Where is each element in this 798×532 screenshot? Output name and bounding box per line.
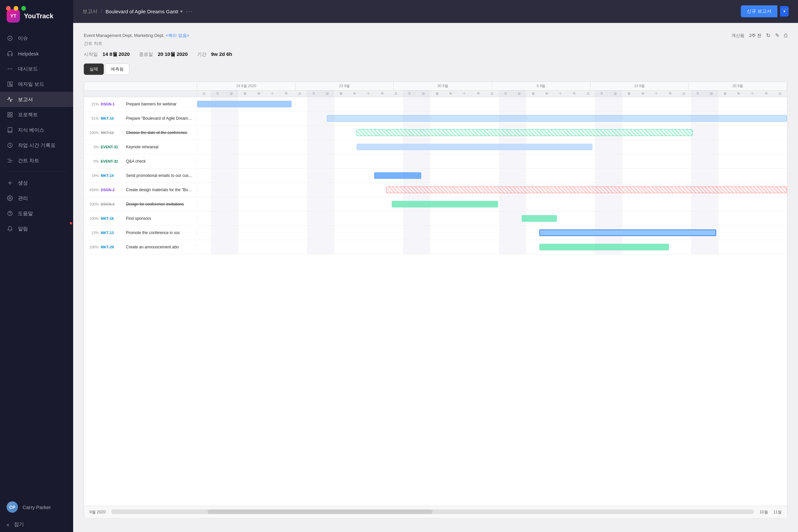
task-id[interactable]: DSGN-2 xyxy=(101,188,124,192)
table-row[interactable]: 100%MKT-29Create an announcement abo xyxy=(84,240,787,254)
task-info-9: 13%MKT-13Promote the conference in soc xyxy=(84,229,197,236)
user-profile[interactable]: CP Carry Parker xyxy=(0,497,73,517)
chevron-down-icon[interactable]: ▾ xyxy=(180,8,183,14)
sidebar-item-help[interactable]: 도움말 xyxy=(0,206,73,221)
task-id[interactable]: DSGN-3 xyxy=(101,202,124,206)
minimize-button[interactable] xyxy=(14,6,18,11)
sidebar-item-time[interactable]: 작업 시간 기록표 xyxy=(0,138,73,153)
sidebar-item-create[interactable]: 생성 xyxy=(0,175,73,191)
weekend-col xyxy=(513,197,526,211)
weekend-col xyxy=(595,169,608,183)
day-28: 금 xyxy=(581,91,595,97)
table-row[interactable]: 19%MKT-14Send promotional emails to our … xyxy=(84,169,787,183)
table-row[interactable]: 100%MKT-12Choose the date of the confere… xyxy=(84,126,787,140)
sidebar-label-manage: 관리 xyxy=(18,195,28,202)
day-38: 월 xyxy=(719,91,732,97)
sidebar-item-knowledge[interactable]: 지식 베이스 xyxy=(0,122,73,138)
weekend-col xyxy=(513,97,526,111)
clock-icon xyxy=(7,142,13,149)
print-icon[interactable]: ⎙ xyxy=(784,33,787,39)
table-row[interactable]: 3%EVENT-31Keynote rehearsal xyxy=(84,140,787,154)
breadcrumb-separator: / xyxy=(101,8,102,14)
day-24: 월 xyxy=(526,91,540,97)
svg-rect-9 xyxy=(11,115,12,117)
task-name: Find sponsors xyxy=(126,216,193,221)
weekend-col xyxy=(403,226,417,240)
user-name: Carry Parker xyxy=(23,505,51,510)
report-title: Boulevard of Agile Dreams Gantt xyxy=(106,8,178,14)
filter-actual-button[interactable]: 실제 xyxy=(84,63,104,75)
task-id[interactable]: EVENT-32 xyxy=(101,159,124,163)
day-11: 화 xyxy=(348,91,362,97)
task-id[interactable]: MKT-10 xyxy=(101,116,124,120)
task-id[interactable]: DSGN-1 xyxy=(101,102,124,106)
task-bar xyxy=(197,101,291,108)
close-button[interactable] xyxy=(6,6,11,11)
scroll-bar[interactable] xyxy=(111,509,755,514)
task-id[interactable]: MKT-16 xyxy=(101,216,124,221)
filter-predicted-button[interactable]: 예측됨 xyxy=(105,63,129,75)
weekend-col xyxy=(595,211,608,225)
table-row[interactable]: 450%DSGN-2Create design materials for th… xyxy=(84,183,787,197)
table-row[interactable]: 13%MKT-13Promote the conference in soc xyxy=(84,226,787,240)
table-row[interactable]: 21%DSGN-1Prepare banners for webinar xyxy=(84,97,787,111)
plus-icon xyxy=(7,179,13,186)
td-spacer xyxy=(84,91,197,97)
start-date: 14 8월 2020 xyxy=(102,51,130,57)
sidebar-nav: 이슈 Helpdesk 대시보드 애자일 보드 xyxy=(0,31,73,497)
task-id[interactable]: MKT-29 xyxy=(101,245,124,249)
sidebar-item-issues[interactable]: 이슈 xyxy=(0,31,73,46)
task-id[interactable]: EVENT-31 xyxy=(101,145,124,149)
query-link[interactable]: <쿼리 없음> xyxy=(166,33,189,38)
sidebar-item-helpdesk[interactable]: Helpdesk xyxy=(0,46,73,61)
sidebar-item-gantt[interactable]: 간트 차트 xyxy=(0,153,73,168)
weekend-col xyxy=(691,97,705,111)
task-percent: 100% xyxy=(88,202,99,206)
weekend-col xyxy=(609,97,623,111)
sidebar-item-dashboard[interactable]: 대시보드 xyxy=(0,61,73,76)
end-date-group: 종료일 20 10월 2020 xyxy=(139,51,188,58)
edit-icon[interactable]: ✎ xyxy=(775,32,779,39)
table-row[interactable]: 100%DSGN-3Design for conference invitati… xyxy=(84,197,787,211)
logo-icon: YT xyxy=(7,9,20,23)
sidebar-item-projects[interactable]: 프로젝트 xyxy=(0,107,73,122)
refresh-icon[interactable]: ↻ xyxy=(766,32,771,39)
task-id[interactable]: MKT-12 xyxy=(101,131,124,135)
day-20: 목 xyxy=(472,91,485,97)
task-percent: 0% xyxy=(88,159,99,163)
sidebar-label-time: 작업 시간 기록표 xyxy=(18,142,56,149)
day-7: 금 xyxy=(293,91,307,97)
weekend-col xyxy=(321,126,334,140)
sidebar-logo[interactable]: YT YouTrack xyxy=(0,0,73,31)
week-4: 6 9월 xyxy=(492,82,590,90)
day-15: 토 xyxy=(403,91,417,97)
task-info-7: 100%DSGN-3Design for conference invitati… xyxy=(84,201,197,208)
day-6: 목 xyxy=(280,91,293,97)
breadcrumb-root[interactable]: 보고서 xyxy=(82,8,97,15)
duration-label: 기간 xyxy=(197,52,207,57)
sidebar-item-manage[interactable]: 관리 xyxy=(0,191,73,206)
table-row[interactable]: 0%EVENT-32Q&A check xyxy=(84,154,787,169)
table-row[interactable]: 100%MKT-16Find sponsors xyxy=(84,211,787,226)
task-id[interactable]: MKT-13 xyxy=(101,231,124,235)
new-report-button[interactable]: 신규 보고서 xyxy=(741,5,777,17)
th-spacer xyxy=(84,82,197,90)
report-menu-dots[interactable]: ··· xyxy=(186,8,193,15)
gantt-bar-area-5 xyxy=(197,169,787,183)
weekend-col xyxy=(211,183,225,197)
table-row[interactable]: 51%MKT-10Prepare "Boulevard of Agile Dre… xyxy=(84,111,787,126)
maximize-button[interactable] xyxy=(21,6,26,11)
weekend-col xyxy=(705,126,718,140)
week-5: 13 9월 xyxy=(590,82,689,90)
weekend-col xyxy=(225,140,239,154)
sidebar-item-reports[interactable]: 보고서 xyxy=(0,92,73,107)
sidebar-item-agile[interactable]: 애자일 보드 xyxy=(0,76,73,92)
sidebar-item-notifications[interactable]: 알림 xyxy=(0,221,73,236)
window-menu[interactable]: ⋯ xyxy=(781,5,789,13)
task-info-3: 3%EVENT-31Keynote rehearsal xyxy=(84,143,197,151)
day-40: 수 xyxy=(746,91,759,97)
task-bar xyxy=(357,158,592,165)
sidebar-collapse[interactable]: « 접기 xyxy=(0,517,73,532)
task-id[interactable]: MKT-14 xyxy=(101,174,124,177)
weekend-col xyxy=(211,211,225,225)
